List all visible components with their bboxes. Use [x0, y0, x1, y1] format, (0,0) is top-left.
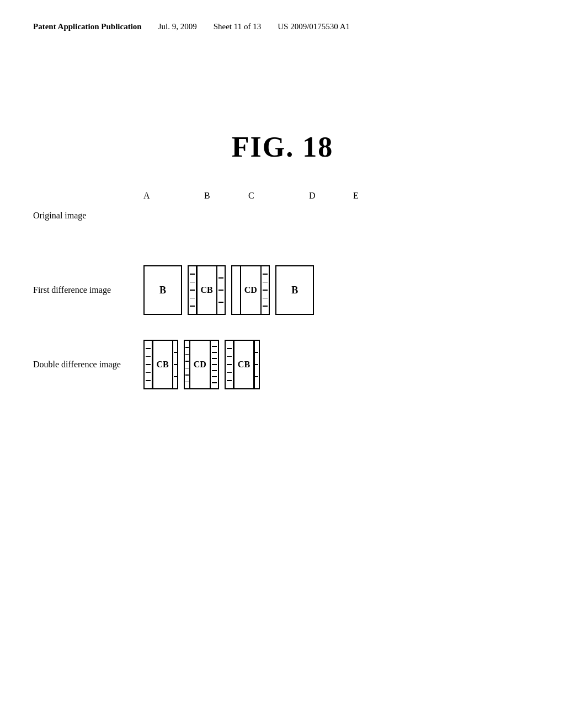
diff1-frame-B-label: B — [159, 285, 166, 296]
diff1-frame-CB: CB — [188, 265, 226, 315]
diff1-CD-right-hatch — [261, 266, 269, 314]
diff2-CB2-right-hatch — [254, 341, 259, 388]
diff1-CB-right-hatch — [217, 266, 225, 314]
diff1-CD-label: CD — [241, 266, 260, 314]
diff1-CB-label: CB — [198, 266, 216, 314]
original-image-label: Original image — [33, 211, 143, 221]
header-patent: US 2009/0175530 A1 — [278, 22, 350, 31]
page-header: Patent Application Publication Jul. 9, 2… — [0, 0, 565, 31]
frame-E-label: E — [353, 191, 359, 200]
diff1-CD-left-hatch — [232, 266, 240, 314]
diff2-CB2-label: CB — [234, 341, 253, 388]
diff2-CB1-left-hatch — [145, 341, 152, 388]
header-title: Patent Application Publication — [33, 22, 142, 31]
frame-C: C — [248, 191, 287, 240]
frame-D-label: D — [309, 191, 316, 200]
figure-title: FIG. 18 — [0, 131, 565, 163]
original-image-row: Original image A B C D E — [33, 191, 532, 240]
diff2-CD-left-hatch — [185, 341, 189, 388]
diagram-area: Original image A B C D E — [0, 191, 565, 389]
diff2-frame-CB2: CB — [225, 340, 259, 389]
frame-A: A — [143, 191, 182, 240]
header-sheet: Sheet 11 of 13 — [214, 22, 262, 31]
first-diff-images: B CB — [143, 265, 314, 315]
double-diff-row: Double difference image CB — [33, 340, 532, 389]
diff2-frame-CD: CD — [184, 340, 219, 389]
diff1-frame-B: B — [143, 265, 182, 315]
double-diff-label: Double difference image — [33, 360, 143, 370]
diff2-CB1-label: CB — [153, 341, 172, 388]
frame-D: D — [309, 191, 348, 240]
diff2-CD-right-hatch — [210, 341, 218, 388]
diff1-CB-left-hatch — [189, 266, 196, 314]
frame-E: E — [353, 191, 392, 240]
diff1-frame-CD: CD — [231, 265, 270, 315]
diff1-frame-B2: B — [275, 265, 314, 315]
frame-A-label: A — [143, 191, 150, 200]
first-diff-row: First difference image B CB — [33, 265, 532, 315]
frame-B: B — [204, 191, 243, 240]
double-diff-images: CB CD — [143, 340, 260, 389]
diff2-CB2-left-hatch — [226, 341, 233, 388]
diff2-frame-CB1: CB — [143, 340, 178, 389]
frame-C-label: C — [248, 191, 254, 200]
header-date: Jul. 9, 2009 — [158, 22, 197, 31]
original-images: A B C D E — [143, 191, 392, 240]
diff2-CD-label: CD — [190, 341, 210, 388]
frame-B-label: B — [204, 191, 210, 200]
diff1-frame-B2-label: B — [291, 285, 298, 296]
first-diff-label: First difference image — [33, 285, 143, 295]
diff2-CB1-right-hatch — [173, 341, 177, 388]
